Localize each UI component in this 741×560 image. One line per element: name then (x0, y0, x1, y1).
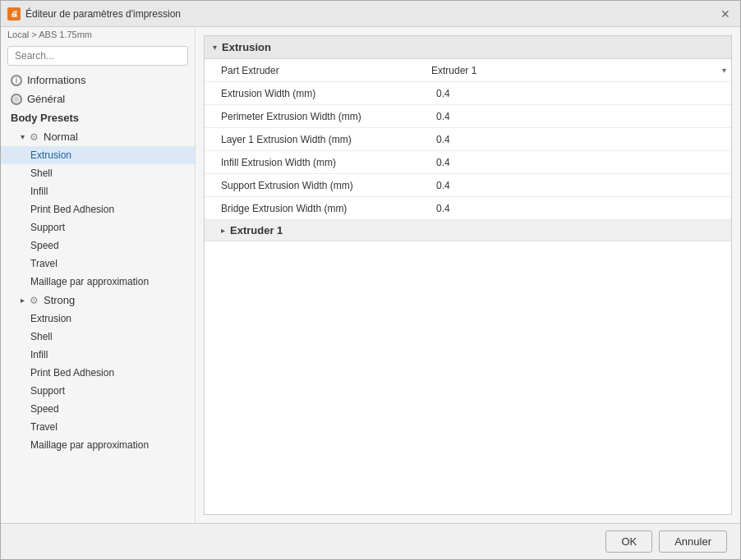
globe-icon (11, 94, 22, 105)
sidebar-label-maillage2: Maillage par approximation (30, 439, 149, 451)
property-row-part-extruder: Part Extruder Extruder 1 ▾ (205, 59, 731, 82)
sidebar-item-support[interactable]: Support (1, 218, 195, 236)
titlebar-left: 🖨 Éditeur de paramètres d'impression (7, 7, 181, 21)
property-row-bridge-extrusion-width: Bridge Extrusion Width (mm) (205, 197, 731, 220)
input-bridge-extrusion-width[interactable] (431, 200, 726, 217)
main-window: 🖨 Éditeur de paramètres d'impression ✕ L… (0, 0, 741, 560)
input-support-extrusion-width[interactable] (431, 177, 726, 194)
sidebar-label-infill2: Infill (30, 349, 48, 360)
sidebar-label-strong: Strong (44, 294, 75, 306)
sidebar-item-maillage2[interactable]: Maillage par approximation (1, 436, 195, 454)
property-row-layer1-extrusion-width: Layer 1 Extrusion Width (mm) (205, 128, 731, 151)
sidebar-item-extrusion2[interactable]: Extrusion (1, 310, 195, 328)
sidebar-label-extrusion: Extrusion (30, 149, 71, 161)
sidebar-label-shell2: Shell (30, 331, 53, 342)
property-label-part-extruder: Part Extruder (205, 62, 426, 80)
sidebar-item-infill[interactable]: Infill (1, 182, 195, 200)
sub-section-label: Extruder 1 (230, 224, 283, 236)
property-row-perimeter-extrusion-width: Perimeter Extrusion Width (mm) (205, 105, 731, 128)
sidebar-label-shell: Shell (30, 168, 53, 179)
sidebar-item-body-presets[interactable]: Body Presets (1, 108, 195, 127)
select-wrapper-part-extruder[interactable]: Extruder 1 ▾ (426, 62, 731, 79)
sidebar-item-speed2[interactable]: Speed (1, 400, 195, 418)
sidebar-item-travel2[interactable]: Travel (1, 418, 195, 436)
sidebar-item-print-bed-adhesion[interactable]: Print Bed Adhesion (1, 200, 195, 218)
property-label-layer1-extrusion-width: Layer 1 Extrusion Width (mm) (205, 131, 426, 149)
footer: OK Annuler (1, 523, 740, 559)
info-icon: i (11, 75, 22, 86)
sidebar-label-travel: Travel (30, 258, 58, 269)
input-infill-extrusion-width[interactable] (431, 154, 726, 171)
cancel-button[interactable]: Annuler (659, 530, 727, 553)
property-row-support-extrusion-width: Support Extrusion Width (mm) (205, 174, 731, 197)
extruder-select[interactable]: Extruder 1 (426, 62, 731, 79)
sidebar-item-shell2[interactable]: Shell (1, 328, 195, 346)
sidebar-item-extrusion[interactable]: Extrusion (1, 146, 195, 164)
property-value-extrusion-width[interactable] (426, 84, 731, 103)
sidebar-label-travel2: Travel (30, 421, 58, 433)
sidebar-label-speed: Speed (30, 240, 59, 251)
sidebar-label-infill: Infill (30, 186, 48, 197)
sidebar-label-general: Général (27, 93, 65, 105)
property-label-perimeter-extrusion-width: Perimeter Extrusion Width (mm) (205, 108, 426, 126)
property-label-support-extrusion-width: Support Extrusion Width (mm) (205, 177, 426, 195)
sub-section-arrow: ▸ (221, 226, 225, 235)
content-area: Local > ABS 1.75mm i Informations Généra… (1, 27, 740, 523)
sidebar-item-strong[interactable]: ▸ ⚙ Strong (1, 291, 195, 310)
extrusion-section-label: Extrusion (222, 41, 271, 53)
input-extrusion-width[interactable] (431, 85, 726, 102)
ok-button[interactable]: OK (605, 530, 652, 553)
close-button[interactable]: ✕ (717, 6, 734, 22)
extrusion-section-arrow: ▾ (213, 43, 217, 52)
input-layer1-extrusion-width[interactable] (431, 131, 726, 148)
main-panel: ▾ Extrusion Part Extruder Extruder 1 ▾ E (196, 27, 740, 523)
search-input[interactable] (7, 46, 188, 66)
sidebar-item-speed[interactable]: Speed (1, 236, 195, 255)
gear-icon-normal: ⚙ (30, 131, 39, 143)
normal-arrow: ▾ (21, 132, 25, 141)
gear-icon-strong: ⚙ (30, 295, 39, 306)
input-perimeter-extrusion-width[interactable] (431, 108, 726, 125)
sidebar-item-maillage[interactable]: Maillage par approximation (1, 273, 195, 291)
property-value-layer1-extrusion-width[interactable] (426, 130, 731, 149)
strong-arrow: ▸ (21, 296, 25, 305)
sidebar-item-print-bed-adhesion2[interactable]: Print Bed Adhesion (1, 364, 195, 382)
sidebar-item-support2[interactable]: Support (1, 382, 195, 400)
property-value-bridge-extrusion-width[interactable] (426, 199, 731, 218)
titlebar: 🖨 Éditeur de paramètres d'impression ✕ (1, 1, 740, 27)
sidebar-label-print-bed-adhesion2: Print Bed Adhesion (30, 367, 114, 379)
property-row-infill-extrusion-width: Infill Extrusion Width (mm) (205, 151, 731, 174)
sidebar-label-speed2: Speed (30, 403, 59, 415)
sidebar-item-infill2[interactable]: Infill (1, 346, 195, 364)
sub-section-extruder1[interactable]: ▸ Extruder 1 (205, 220, 731, 241)
breadcrumb: Local > ABS 1.75mm (1, 27, 195, 41)
sidebar-item-normal[interactable]: ▾ ⚙ Normal (1, 127, 195, 146)
sidebar-label-support: Support (30, 222, 65, 233)
window-title: Éditeur de paramètres d'impression (25, 8, 181, 20)
panel-content: ▾ Extrusion Part Extruder Extruder 1 ▾ E (204, 35, 732, 515)
sidebar-label-maillage: Maillage par approximation (30, 276, 149, 287)
sidebar-label-body-presets: Body Presets (11, 112, 79, 124)
extrusion-section-header[interactable]: ▾ Extrusion (205, 36, 731, 59)
property-row-extrusion-width: Extrusion Width (mm) (205, 82, 731, 105)
sidebar-label-print-bed-adhesion: Print Bed Adhesion (30, 204, 114, 215)
sidebar-label-extrusion2: Extrusion (30, 313, 71, 324)
sidebar-scroll: i Informations Général Body Presets ▾ ⚙ … (1, 71, 195, 523)
property-value-perimeter-extrusion-width[interactable] (426, 107, 731, 126)
sidebar-item-travel[interactable]: Travel (1, 255, 195, 273)
app-icon: 🖨 (7, 7, 21, 21)
property-label-extrusion-width: Extrusion Width (mm) (205, 85, 426, 103)
sidebar-item-shell[interactable]: Shell (1, 164, 195, 182)
property-value-support-extrusion-width[interactable] (426, 176, 731, 195)
sidebar-item-general[interactable]: Général (1, 90, 195, 108)
sidebar-label-informations: Informations (27, 74, 86, 86)
sidebar-label-normal: Normal (44, 131, 78, 143)
property-label-infill-extrusion-width: Infill Extrusion Width (mm) (205, 154, 426, 172)
sidebar-label-support2: Support (30, 385, 65, 397)
property-label-bridge-extrusion-width: Bridge Extrusion Width (mm) (205, 200, 426, 218)
sidebar: Local > ABS 1.75mm i Informations Généra… (1, 27, 196, 523)
sidebar-item-informations[interactable]: i Informations (1, 71, 195, 90)
property-value-infill-extrusion-width[interactable] (426, 153, 731, 172)
